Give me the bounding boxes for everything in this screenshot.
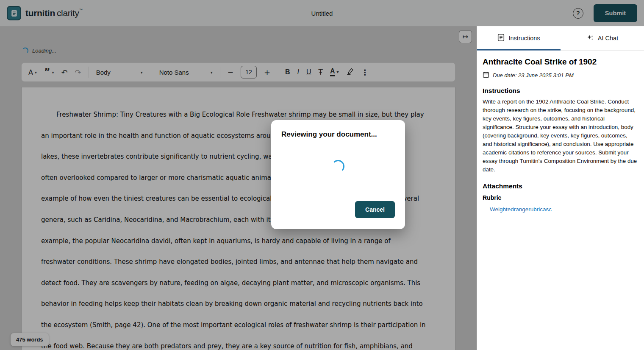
instructions-panel: Instructions AI Chat Anthracite Coal Str… [477, 26, 644, 350]
sparkle-icon [586, 34, 594, 43]
panel-tabs: Instructions AI Chat [477, 26, 644, 50]
instructions-body: Write a report on the 1902 Anthracite Co… [483, 98, 637, 174]
modal-title: Reviewing your document... [281, 130, 395, 139]
cancel-button[interactable]: Cancel [355, 201, 395, 218]
due-date-text: Due date: 23 June 2025 3:01 PM [493, 72, 574, 78]
rubric-link[interactable]: Weightedrangerubricasc [490, 206, 637, 213]
assignment-title: Anthracite Coal Strike of 1902 [483, 57, 637, 67]
attachments-heading: Attachments [483, 182, 637, 190]
panel-content: Anthracite Coal Strike of 1902 Due date:… [477, 50, 644, 213]
instructions-doc-icon [497, 34, 505, 43]
rubric-heading: Rubric [483, 194, 637, 201]
tab-ai-chat[interactable]: AI Chat [561, 26, 644, 50]
calendar-icon [483, 71, 489, 79]
tab-ai-chat-label: AI Chat [598, 35, 618, 42]
modal-backdrop-header [0, 0, 644, 26]
reviewing-document-modal: Reviewing your document... Cancel [271, 120, 405, 229]
tab-instructions-label: Instructions [508, 35, 540, 42]
modal-spinner-icon [332, 160, 344, 173]
instructions-heading: Instructions [483, 87, 637, 95]
tab-instructions[interactable]: Instructions [477, 26, 561, 50]
due-date-row: Due date: 23 June 2025 3:01 PM [483, 71, 637, 79]
modal-backdrop-editor [0, 26, 477, 350]
